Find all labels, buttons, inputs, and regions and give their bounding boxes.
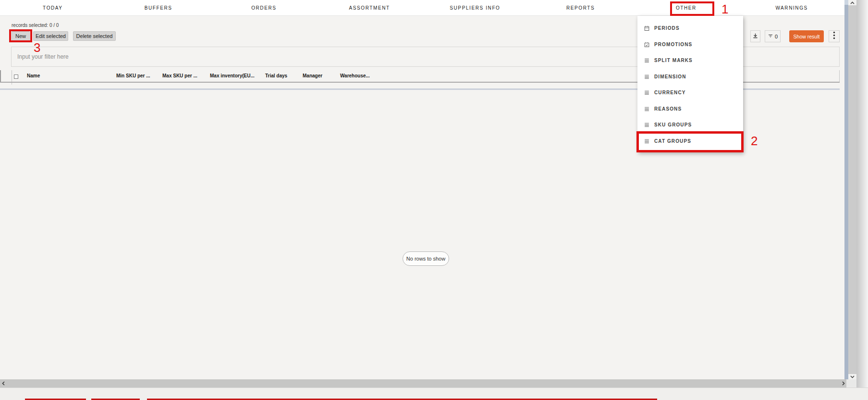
calendar-icon [644, 25, 650, 31]
list-icon [644, 89, 650, 96]
screenshot-editor-window: TODAY BUFFERS ORDERS ASSORTMENT SUPPLIER… [0, 0, 868, 400]
more-options-button[interactable] [829, 30, 840, 42]
scroll-up-button[interactable] [848, 0, 856, 5]
list-icon [644, 74, 650, 80]
scroll-left-button[interactable] [0, 379, 6, 388]
kebab-menu-icon [833, 31, 835, 41]
filter-count: 0 [775, 34, 778, 39]
chevron-up-icon [850, 1, 855, 4]
table-right-border [839, 70, 840, 83]
annotation-label-2: 2 [751, 135, 758, 147]
nav-item-buffers[interactable]: BUFFERS [106, 0, 211, 15]
menu-item-split-marks[interactable]: SPLIT MARKS [637, 52, 743, 69]
editor-canvas: TODAY BUFFERS ORDERS ASSORTMENT SUPPLIER… [0, 0, 844, 379]
column-header-trial-days[interactable]: Trial days [265, 73, 287, 78]
chevron-down-icon [850, 375, 855, 378]
filter-funnel-icon [768, 33, 773, 40]
no-rows-message: No rows to show [403, 251, 449, 266]
column-header-warehouse[interactable]: Warehouse... [340, 73, 370, 78]
annotation-label-1: 1 [721, 3, 728, 15]
download-button[interactable] [750, 30, 760, 42]
column-header-name[interactable]: Name [27, 73, 40, 78]
menu-item-reasons[interactable]: REASONS [637, 101, 743, 117]
menu-item-currency[interactable]: CURRENCY [637, 85, 743, 101]
nav-item-today[interactable]: TODAY [0, 0, 106, 15]
delete-selected-button[interactable]: Delete selected [73, 31, 116, 41]
annotation-box-cat-groups [636, 131, 744, 152]
nav-item-suppliers-info[interactable]: SUPPLIERS INFO [422, 0, 528, 15]
chevron-right-icon [842, 381, 845, 386]
table-left-border [0, 70, 1, 83]
vertical-scrollbar[interactable] [848, 0, 856, 379]
nav-item-orders[interactable]: ORDERS [211, 0, 317, 15]
annotation-box-other [670, 1, 714, 16]
records-selected-label: records selected: 0 / 0 [12, 23, 59, 28]
nav-item-warnings[interactable]: WARNINGS [739, 0, 844, 15]
annotation-label-3: 3 [34, 41, 40, 54]
select-all-checkbox[interactable] [14, 75, 18, 79]
list-icon [644, 122, 650, 128]
nav-item-reports[interactable]: REPORTS [528, 0, 634, 15]
nav-item-assortment[interactable]: ASSORTMENT [317, 0, 422, 15]
filter-count-button[interactable]: 0 [765, 30, 781, 42]
list-icon [644, 106, 650, 112]
annotation-box-new [9, 29, 32, 42]
top-nav: TODAY BUFFERS ORDERS ASSORTMENT SUPPLIER… [0, 0, 844, 16]
scroll-down-button[interactable] [848, 374, 856, 379]
captured-page-scrollbar [844, 0, 848, 379]
scroll-right-button[interactable] [840, 379, 846, 388]
show-result-button[interactable]: Show result [789, 30, 824, 42]
column-header-max-sku[interactable]: Max SKU per ... [162, 73, 197, 78]
column-header-min-sku[interactable]: Min SKU per ... [116, 73, 150, 78]
column-header-max-inventory[interactable]: Max inventory(EU... [210, 73, 255, 78]
menu-item-periods[interactable]: PERIODS [637, 20, 743, 37]
chevron-left-icon [2, 381, 5, 386]
edit-selected-button[interactable]: Edit selected [33, 31, 68, 41]
list-icon [644, 57, 650, 63]
menu-item-dimension[interactable]: DIMENSION [637, 69, 743, 85]
horizontal-scrollbar[interactable] [0, 379, 846, 388]
calendar-check-icon [644, 41, 650, 48]
window-edge-gradient [856, 0, 868, 388]
scrollbar-corner [846, 379, 856, 388]
menu-item-sku-groups[interactable]: SKU GROUPS [637, 117, 743, 133]
menu-item-promotions[interactable]: PROMOTIONS [637, 37, 743, 53]
download-icon [752, 32, 758, 41]
column-header-manager[interactable]: Manager [303, 73, 322, 78]
